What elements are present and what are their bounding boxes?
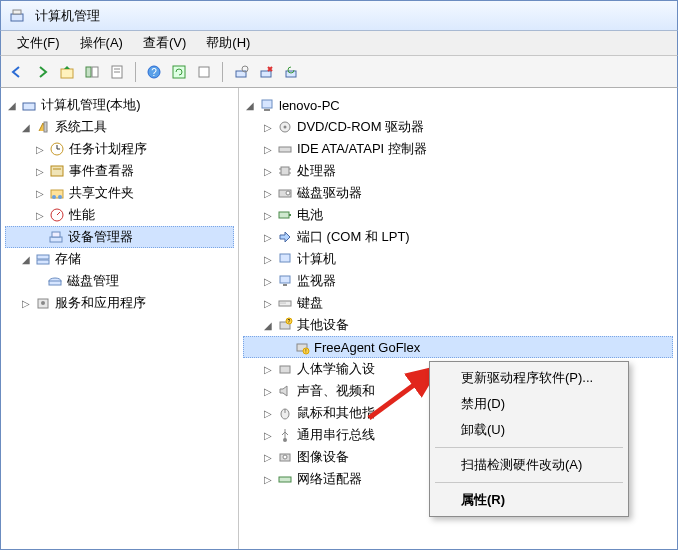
expand-icon[interactable]: ▷ (261, 428, 275, 442)
refresh-button[interactable] (168, 61, 190, 83)
cm-properties[interactable]: 属性(R) (433, 487, 625, 513)
tree-root-computer-management[interactable]: ◢ 计算机管理(本地) (5, 94, 234, 116)
tree-performance[interactable]: ▷ 性能 (5, 204, 234, 226)
device-manager-icon (48, 229, 64, 245)
tree-label: lenovo-PC (279, 98, 340, 113)
menu-view[interactable]: 查看(V) (133, 31, 196, 55)
back-button[interactable] (6, 61, 28, 83)
collapse-icon[interactable]: ◢ (243, 98, 257, 112)
device-keyboards[interactable]: ▷键盘 (243, 292, 673, 314)
tree-label: 人体学输入设 (297, 360, 375, 378)
expand-icon[interactable]: ▷ (33, 142, 47, 156)
app-icon (9, 8, 25, 24)
svg-point-56 (285, 303, 286, 304)
svg-point-68 (283, 455, 287, 459)
expand-icon[interactable]: ▷ (261, 164, 275, 178)
collapse-icon[interactable]: ◢ (261, 318, 275, 332)
expand-icon[interactable]: ▷ (261, 252, 275, 266)
device-monitors[interactable]: ▷监视器 (243, 270, 673, 292)
expand-icon[interactable]: ▷ (261, 186, 275, 200)
forward-button[interactable] (31, 61, 53, 83)
show-hide-tree-button[interactable] (81, 61, 103, 83)
device-ide[interactable]: ▷IDE ATA/ATAPI 控制器 (243, 138, 673, 160)
update-driver-button[interactable] (280, 61, 302, 83)
expand-icon[interactable]: ▷ (33, 186, 47, 200)
ide-controller-icon (277, 141, 293, 157)
monitor-icon (277, 273, 293, 289)
up-button[interactable] (56, 61, 78, 83)
expand-icon[interactable]: ▷ (261, 208, 275, 222)
svg-point-55 (283, 303, 284, 304)
tree-task-scheduler[interactable]: ▷ 任务计划程序 (5, 138, 234, 160)
expand-icon[interactable]: ▷ (261, 450, 275, 464)
shared-folders-icon (49, 185, 65, 201)
svg-rect-14 (261, 71, 271, 77)
device-other-devices[interactable]: ◢?其他设备 (243, 314, 673, 336)
hid-icon (277, 361, 293, 377)
menu-action[interactable]: 操作(A) (70, 31, 133, 55)
device-freeagent-goflex[interactable]: !FreeAgent GoFlex (243, 336, 673, 358)
svg-rect-11 (199, 67, 209, 77)
device-ports[interactable]: ▷端口 (COM 和 LPT) (243, 226, 673, 248)
device-processor[interactable]: ▷处理器 (243, 160, 673, 182)
expand-icon[interactable]: ▷ (261, 274, 275, 288)
device-dvd[interactable]: ▷DVD/CD-ROM 驱动器 (243, 116, 673, 138)
tree-shared-folders[interactable]: ▷ 共享文件夹 (5, 182, 234, 204)
expand-icon[interactable]: ▷ (261, 296, 275, 310)
expand-icon[interactable]: ▷ (261, 406, 275, 420)
context-menu: 更新驱动程序软件(P)... 禁用(D) 卸载(U) 扫描检测硬件改动(A) 属… (429, 361, 629, 517)
collapse-icon[interactable]: ◢ (19, 120, 33, 134)
tree-label: 声音、视频和 (297, 382, 375, 400)
collapse-icon[interactable]: ◢ (19, 252, 33, 266)
expand-icon[interactable]: ▷ (33, 164, 47, 178)
services-apps-icon (35, 295, 51, 311)
tree-device-manager[interactable]: 设备管理器 (5, 226, 234, 248)
left-tree-pane: ◢ 计算机管理(本地) ◢ 系统工具 ▷ 任务计划程序 ▷ 事件查看器 (1, 88, 239, 549)
cm-disable[interactable]: 禁用(D) (433, 391, 625, 417)
expand-icon[interactable]: ▷ (261, 362, 275, 376)
expand-icon[interactable]: ▷ (33, 208, 47, 222)
svg-rect-3 (86, 67, 91, 77)
tree-storage[interactable]: ◢ 存储 (5, 248, 234, 270)
cm-scan-hardware[interactable]: 扫描检测硬件改动(A) (433, 452, 625, 478)
device-battery[interactable]: ▷电池 (243, 204, 673, 226)
expand-icon[interactable]: ▷ (261, 384, 275, 398)
tree-system-tools[interactable]: ◢ 系统工具 (5, 116, 234, 138)
performance-icon (49, 207, 65, 223)
network-adapter-icon (277, 471, 293, 487)
help-button[interactable]: ? (143, 61, 165, 83)
tree-event-viewer[interactable]: ▷ 事件查看器 (5, 160, 234, 182)
cm-update-driver[interactable]: 更新驱动程序软件(P)... (433, 365, 625, 391)
device-disk-drives[interactable]: ▷磁盘驱动器 (243, 182, 673, 204)
cm-uninstall[interactable]: 卸载(U) (433, 417, 625, 443)
svg-rect-2 (61, 69, 73, 78)
device-root-pc[interactable]: ◢ lenovo-PC (243, 94, 673, 116)
collapse-icon[interactable]: ◢ (5, 98, 19, 112)
expand-icon[interactable]: ▷ (261, 120, 275, 134)
tree-label: 鼠标和其他指 (297, 404, 375, 422)
menu-file[interactable]: 文件(F) (7, 31, 70, 55)
svg-point-47 (286, 191, 290, 195)
device-computers[interactable]: ▷计算机 (243, 248, 673, 270)
action-button[interactable] (193, 61, 215, 83)
svg-rect-33 (49, 281, 61, 285)
disk-management-icon (47, 273, 63, 289)
expand-icon[interactable]: ▷ (261, 230, 275, 244)
properties-button[interactable] (106, 61, 128, 83)
svg-rect-37 (264, 109, 270, 111)
svg-point-24 (52, 195, 56, 199)
expand-icon[interactable]: ▷ (261, 472, 275, 486)
toolbar-separator (135, 62, 136, 82)
window-title: 计算机管理 (35, 7, 100, 25)
tree-label: 电池 (297, 206, 323, 224)
processor-icon (277, 163, 293, 179)
svg-text:?: ? (288, 318, 291, 324)
menu-help[interactable]: 帮助(H) (196, 31, 260, 55)
svg-rect-63 (280, 366, 290, 373)
tree-disk-management[interactable]: 磁盘管理 (5, 270, 234, 292)
uninstall-button[interactable] (255, 61, 277, 83)
expand-icon[interactable]: ▷ (19, 296, 33, 310)
expand-icon[interactable]: ▷ (261, 142, 275, 156)
tree-services-apps[interactable]: ▷ 服务和应用程序 (5, 292, 234, 314)
scan-hardware-button[interactable] (230, 61, 252, 83)
